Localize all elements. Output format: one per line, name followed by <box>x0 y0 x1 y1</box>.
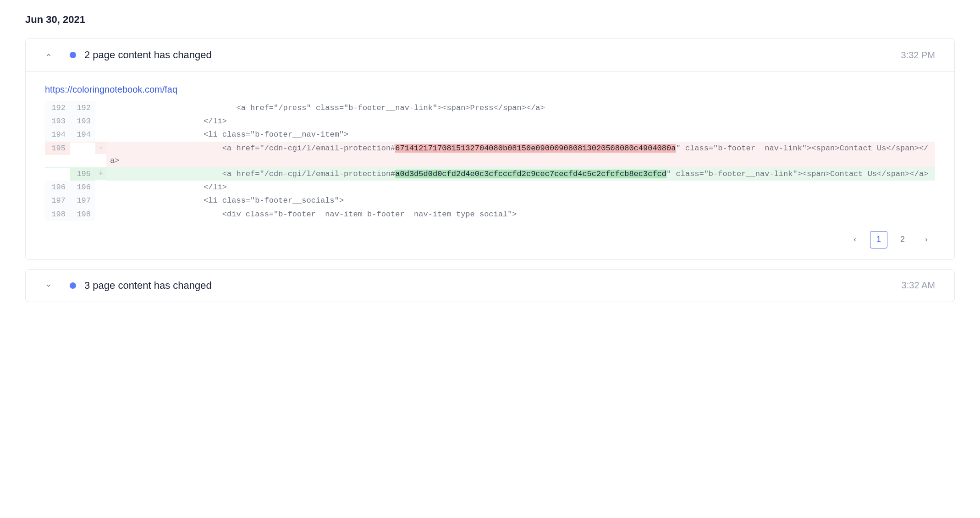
diff-row: 194194 <li class="b-footer__nav-item"> <box>45 128 935 141</box>
diff-code: </li> <box>106 181 935 194</box>
line-number-old: 194 <box>45 128 70 141</box>
diff-table: 192192 <a href="/press" class="b-footer_… <box>45 101 935 221</box>
line-number-new: 194 <box>70 128 95 141</box>
diff-row: 195+ <a href="/cdn-cgi/l/email-protectio… <box>45 167 935 181</box>
date-heading: Jun 30, 2021 <box>25 14 955 26</box>
diff-marker: - <box>95 142 106 154</box>
page-number-1[interactable]: 1 <box>870 231 887 248</box>
diff-code: <a href="/press" class="b-footer__nav-li… <box>106 101 935 115</box>
page-number-2[interactable]: 2 <box>894 231 911 248</box>
diff-code: <li class="b-footer__socials"> <box>106 194 935 207</box>
entry-header[interactable]: 2 page content has changed 3:32 PM <box>26 39 954 72</box>
entry-card: 3 page content has changed 3:32 AM <box>25 269 955 302</box>
line-number-new <box>70 142 95 143</box>
diff-row: 193193 </li> <box>45 115 935 128</box>
line-number-old <box>45 167 70 168</box>
diff-code: <div class="b-footer__nav-item b-footer_… <box>106 208 935 221</box>
entry-card: 2 page content has changed 3:32 PM https… <box>25 39 955 260</box>
entry-time: 3:32 AM <box>902 280 935 291</box>
diff-marker: + <box>95 167 106 180</box>
diff-code: <li class="b-footer__nav-item"> <box>106 128 935 141</box>
diff-code: <a href="/cdn-cgi/l/email-protection#a0d… <box>106 167 935 181</box>
entry-time: 3:32 PM <box>901 50 935 61</box>
diff-row: 192192 <a href="/press" class="b-footer_… <box>45 101 935 115</box>
diff-code: <a href="/cdn-cgi/l/email-protection#671… <box>106 142 935 167</box>
line-number-old: 193 <box>45 115 70 128</box>
line-number-new: 196 <box>70 181 95 194</box>
line-number-new: 192 <box>70 101 95 115</box>
diff-code: </li> <box>106 115 935 128</box>
line-number-old: 197 <box>45 194 70 207</box>
page-next-button[interactable] <box>918 231 935 248</box>
line-number-old: 198 <box>45 208 70 221</box>
entry-title: 3 page content has changed <box>84 280 902 292</box>
diff-row: 196196 </li> <box>45 181 935 194</box>
entry-header[interactable]: 3 page content has changed 3:32 AM <box>26 270 954 302</box>
diff-row: 195- <a href="/cdn-cgi/l/email-protectio… <box>45 142 935 167</box>
line-number-old: 195 <box>45 142 70 155</box>
status-dot-icon <box>70 282 76 289</box>
line-number-new: 197 <box>70 194 95 207</box>
line-number-old: 196 <box>45 181 70 194</box>
entry-title: 2 page content has changed <box>84 49 901 61</box>
page-prev-button[interactable] <box>846 231 864 248</box>
entry-body: https://coloringnotebook.com/faq 192192 … <box>26 72 954 259</box>
chevron-up-icon <box>45 51 52 59</box>
chevron-down-icon <box>45 282 52 289</box>
line-number-new: 198 <box>70 208 95 221</box>
diff-row: 198198 <div class="b-footer__nav-item b-… <box>45 208 935 221</box>
status-dot-icon <box>70 52 76 58</box>
line-number-new: 193 <box>70 115 95 128</box>
pagination: 1 2 <box>45 231 935 248</box>
line-number-old: 192 <box>45 101 70 115</box>
diff-row: 197197 <li class="b-footer__socials"> <box>45 194 935 207</box>
line-number-new: 195 <box>70 167 95 181</box>
entry-url-link[interactable]: https://coloringnotebook.com/faq <box>45 84 177 95</box>
